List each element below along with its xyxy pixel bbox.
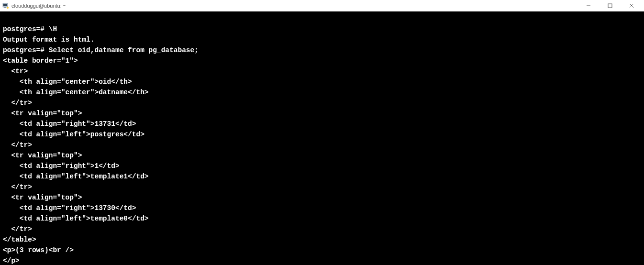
terminal-line: <tr valign="top"> — [3, 152, 82, 159]
terminal-line: </tr> — [3, 225, 32, 233]
terminal-line: <td align="left">postgres</td> — [3, 131, 144, 138]
terminal-line: <th align="center">oid</th> — [3, 78, 132, 86]
svg-rect-2 — [4, 7, 6, 8]
terminal-line: <td align="right">13731</td> — [3, 120, 136, 128]
svg-point-3 — [7, 7, 9, 9]
terminal-line: Output format is html. — [3, 36, 94, 44]
terminal-output[interactable]: postgres=# \H Output format is html. pos… — [0, 11, 644, 265]
terminal-window: cloudduggu@ubuntu: ~ postgres=# \H Outpu… — [0, 0, 644, 265]
terminal-line: postgres=# \H — [3, 25, 57, 33]
terminal-line: <td align="left">template0</td> — [3, 215, 149, 222]
svg-rect-5 — [608, 4, 612, 8]
terminal-line: <tr valign="top"> — [3, 194, 82, 201]
terminal-line: <table border="1"> — [3, 57, 78, 65]
terminal-line: <th align="center">datname</th> — [3, 88, 149, 96]
terminal-line: <td align="right">1</td> — [3, 162, 120, 170]
close-button[interactable] — [621, 0, 642, 11]
window-controls — [577, 0, 642, 11]
terminal-line: </table> — [3, 236, 36, 243]
terminal-line: <td align="right">13730</td> — [3, 204, 136, 212]
maximize-button[interactable] — [599, 0, 621, 11]
titlebar: cloudduggu@ubuntu: ~ — [0, 0, 644, 11]
terminal-line: <tr valign="top"> — [3, 110, 82, 117]
minimize-button[interactable] — [577, 0, 599, 11]
svg-rect-1 — [3, 4, 7, 6]
terminal-line: <tr> — [3, 67, 28, 75]
terminal-line: </tr> — [3, 141, 32, 149]
terminal-line: postgres=# Select oid,datname from pg_da… — [3, 46, 199, 54]
terminal-line: </tr> — [3, 183, 32, 191]
window-title: cloudduggu@ubuntu: ~ — [11, 3, 577, 9]
terminal-line: <p>(3 rows)<br /> — [3, 246, 74, 254]
terminal-line: </p> — [3, 257, 20, 265]
terminal-line: <td align="left">template1</td> — [3, 173, 149, 180]
terminal-line: </tr> — [3, 99, 32, 107]
putty-icon — [2, 2, 10, 10]
